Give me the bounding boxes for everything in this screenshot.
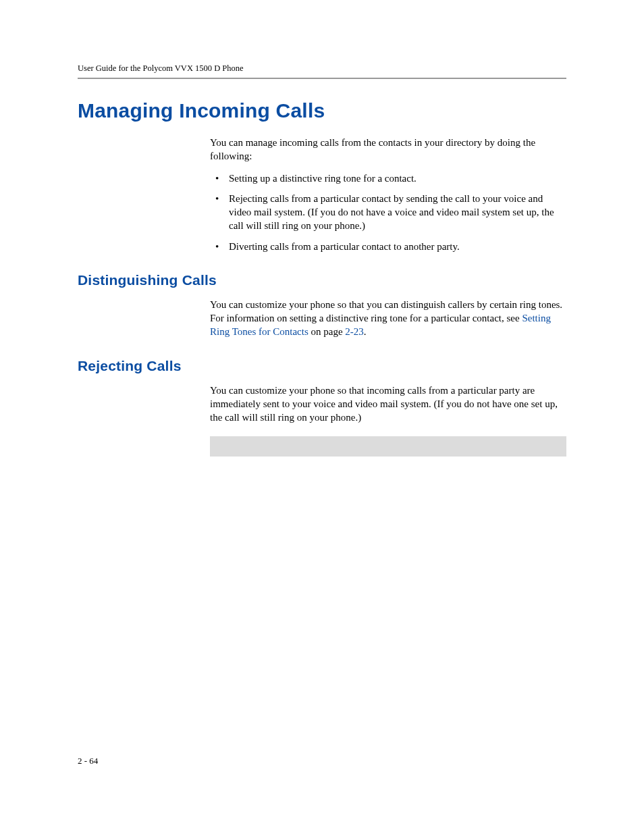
section-heading-rejecting: Rejecting Calls (78, 358, 566, 374)
running-header: User Guide for the Polycom VVX 1500 D Ph… (78, 63, 566, 74)
page-number: 2 - 64 (78, 756, 98, 766)
list-item: Diverting calls from a particular contac… (210, 240, 566, 253)
distinguishing-paragraph: You can customize your phone so that you… (210, 298, 566, 339)
text-run: You can customize your phone so that you… (210, 299, 562, 323)
text-run: on page (308, 326, 346, 337)
page-title: Managing Incoming Calls (78, 99, 566, 122)
distinguishing-block: You can customize your phone so that you… (210, 298, 566, 339)
intro-block: You can manage incoming calls from the c… (210, 136, 566, 253)
placeholder-box (210, 436, 566, 457)
list-item: Rejecting calls from a particular contac… (210, 192, 566, 233)
document-page: User Guide for the Polycom VVX 1500 D Ph… (0, 0, 644, 457)
link-page-ref[interactable]: 2-23 (345, 326, 364, 337)
rejecting-paragraph: You can customize your phone so that inc… (210, 384, 566, 425)
text-run: . (364, 326, 367, 337)
rejecting-block: You can customize your phone so that inc… (210, 384, 566, 425)
header-rule (78, 78, 566, 79)
intro-bullet-list: Setting up a distinctive ring tone for a… (210, 172, 566, 253)
list-item: Setting up a distinctive ring tone for a… (210, 172, 566, 185)
intro-paragraph: You can manage incoming calls from the c… (210, 136, 566, 163)
section-heading-distinguishing: Distinguishing Calls (78, 272, 566, 288)
